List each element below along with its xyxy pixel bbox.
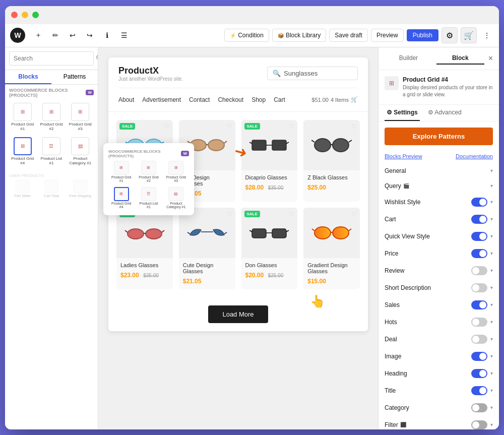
toggle-sales[interactable] <box>471 300 487 309</box>
search-bar[interactable]: 🔍 Sunglasses <box>267 67 358 80</box>
toggle-shortdesc[interactable] <box>471 283 487 292</box>
product-price-wrap-5: $23.00 $35.00 <box>120 270 169 279</box>
close-dot[interactable] <box>11 12 18 18</box>
settings-row-price[interactable]: Price ▾ <box>379 245 499 262</box>
list-view-icon[interactable]: ☰ <box>117 28 131 42</box>
toggle-quickview[interactable] <box>471 232 487 241</box>
popup-block-2[interactable]: ⊞ Product Grid #2 <box>136 159 161 184</box>
settings-label-query: Query 🎬 <box>385 182 489 190</box>
search-input[interactable] <box>9 51 94 66</box>
close-button[interactable]: × <box>488 54 493 63</box>
svg-line-24 <box>162 230 164 232</box>
save-draft-button[interactable]: Save draft <box>329 29 368 42</box>
more-options-icon[interactable]: ⋮ <box>480 28 494 42</box>
condition-button[interactable]: ⚡ Condition <box>224 29 269 42</box>
svg-point-35 <box>314 227 331 239</box>
toggle-price[interactable] <box>471 249 487 258</box>
popup-block-3[interactable]: ⊞ Product Grid #3 <box>163 159 189 184</box>
block-product-list-1[interactable]: ☰ Product List #1 <box>38 135 65 167</box>
preview-button[interactable]: Preview <box>371 29 404 42</box>
publish-button[interactable]: Publish <box>407 29 438 41</box>
patterns-tab[interactable]: Patterns <box>51 70 98 84</box>
blocks-preview-link[interactable]: Blocks Preview <box>385 153 422 159</box>
settings-row-hots[interactable]: Hots ▾ <box>379 314 499 331</box>
toggle-title[interactable] <box>471 386 487 395</box>
settings-row-filter[interactable]: Filter ⬛ ▾ <box>379 416 499 429</box>
load-more-wrap: Load More <box>108 297 368 331</box>
svg-line-23 <box>125 230 128 232</box>
info-icon[interactable]: ℹ <box>100 28 114 42</box>
edit-icon[interactable]: ✏ <box>48 28 62 42</box>
tab-block[interactable]: Block <box>436 52 484 65</box>
block-product-grid-1[interactable]: ⊞ Product Grid #1 <box>9 101 36 133</box>
toggle-image[interactable] <box>471 352 487 361</box>
block-library-button[interactable]: 📦 Block Library <box>272 29 326 42</box>
toggle-wishlist[interactable] <box>471 198 487 207</box>
settings-row-title[interactable]: Title ▾ <box>379 382 499 399</box>
popup-block-5[interactable]: ☰ Product List #1 <box>136 185 161 210</box>
nav-advertisement[interactable]: Advertisement <box>142 96 181 103</box>
advanced-tab[interactable]: ⚙ Advanced <box>426 105 464 121</box>
settings-row-deal[interactable]: Deal ▾ <box>379 331 499 348</box>
add-block-icon[interactable]: ＋ <box>31 28 45 42</box>
block-product-grid-2[interactable]: ⊞ Product Grid #2 <box>38 101 65 133</box>
nav-shop[interactable]: Shop <box>251 96 266 103</box>
popup-block-4[interactable]: ⊞ Product Grid #4 <box>108 185 134 210</box>
settings-icon[interactable]: ⚙ <box>442 27 458 43</box>
toggle-filter[interactable] <box>471 420 487 429</box>
search-value: Sunglasses <box>284 70 318 77</box>
nav-cart[interactable]: Cart <box>274 96 285 103</box>
wishlist-4[interactable]: ♡ <box>351 123 357 130</box>
undo-icon[interactable]: ↩ <box>66 28 80 42</box>
cart-icon-preview[interactable]: 🛒 <box>351 96 358 103</box>
toggle-review[interactable] <box>471 266 487 275</box>
app-window: W ＋ ✏ ↩ ↪ ℹ ☰ ⚡ Condition 📦 Block Librar… <box>5 6 499 429</box>
maximize-dot[interactable] <box>32 12 39 18</box>
nav-about[interactable]: About <box>118 96 134 103</box>
block-popup-overlay: WOOCOMMERCE BLOCKS (PRODUCTS) W ⊞ Produc… <box>103 143 194 215</box>
redo-icon[interactable]: ↪ <box>83 28 97 42</box>
settings-tab[interactable]: ⚙ Settings <box>385 105 420 121</box>
toggle-cart[interactable] <box>471 215 487 224</box>
settings-row-sales[interactable]: Sales ▾ <box>379 296 499 314</box>
settings-row-category[interactable]: Category ▾ <box>379 399 499 416</box>
settings-row-wishlist[interactable]: Wishlist Style ▾ <box>379 194 499 211</box>
svg-line-28 <box>187 232 190 234</box>
popup-block-1[interactable]: ⊞ Product Grid #1 <box>108 159 134 184</box>
nav-contact[interactable]: Contact <box>189 96 210 103</box>
documentation-link[interactable]: Documentation <box>456 153 493 159</box>
settings-row-heading[interactable]: Heading ▾ <box>379 365 499 382</box>
explore-patterns-button[interactable]: Explore Patterns <box>385 128 493 145</box>
popup-block-6[interactable]: ▤ Product Category #1 <box>163 185 189 210</box>
toggle-category[interactable] <box>471 403 487 412</box>
settings-label-image: Image <box>385 353 471 360</box>
block-product-cat-1[interactable]: ▤ Product Category #1 <box>67 135 94 167</box>
settings-row-review[interactable]: Review ▾ <box>379 262 499 279</box>
wishlist-7[interactable]: ♡ <box>289 211 294 218</box>
blocks-tab[interactable]: Blocks <box>5 70 51 84</box>
nav-checkout[interactable]: Checkout <box>218 96 243 103</box>
settings-row-image[interactable]: Image ▾ <box>379 348 499 365</box>
cart-icon[interactable]: 🛒 <box>461 27 477 43</box>
block-product-grid-3[interactable]: ⊞ Product Grid #3 <box>67 101 94 133</box>
wp-logo[interactable]: W <box>10 28 25 43</box>
nav-menu: About Advertisement Contact Checkout Sho… <box>118 92 285 107</box>
settings-row-general[interactable]: General ▾ <box>379 163 499 178</box>
settings-row-shortdesc[interactable]: Short Description ▾ <box>379 279 499 296</box>
load-more-button[interactable]: Load More <box>208 305 268 323</box>
settings-row-quickview[interactable]: Quick View Style ▾ <box>379 228 499 245</box>
settings-row-cart[interactable]: Cart ▾ <box>379 211 499 228</box>
minimize-dot[interactable] <box>22 12 28 18</box>
toggle-heading[interactable] <box>471 369 487 378</box>
settings-row-query[interactable]: Query 🎬 ▾ <box>379 178 499 194</box>
wishlist-6[interactable]: ♡ <box>227 211 232 218</box>
toggle-hots[interactable] <box>471 318 487 327</box>
wishlist-3[interactable]: ♡ <box>289 123 294 130</box>
block-product-grid-4[interactable]: ⊞ Product Grid #4 <box>9 135 36 167</box>
wishlist-8[interactable]: ♡ <box>351 211 357 218</box>
tab-builder[interactable]: Builder <box>385 52 432 65</box>
wishlist-1[interactable]: ♡ <box>164 123 170 130</box>
wishlist-2[interactable]: ♡ <box>227 123 232 130</box>
settings-label-hots: Hots <box>385 319 471 326</box>
toggle-deal[interactable] <box>471 335 487 344</box>
